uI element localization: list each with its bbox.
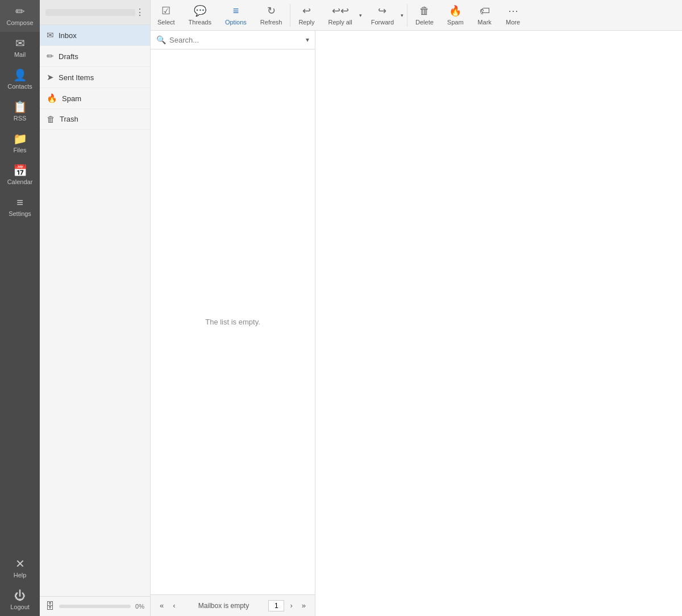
folder-label-trash: Trash xyxy=(60,115,78,123)
pager-last-button[interactable]: » xyxy=(298,600,309,611)
search-dropdown-button[interactable]: ▾ xyxy=(306,36,309,44)
forward-dropdown[interactable]: ▾ xyxy=(401,0,406,30)
settings-icon: ≡ xyxy=(16,197,23,208)
contacts-icon: 👤 xyxy=(13,69,27,81)
nav-item-files[interactable]: 📁 Files xyxy=(0,127,40,159)
nav-item-compose[interactable]: ✏ Compose xyxy=(0,0,40,32)
nav-item-rss[interactable]: 📋 RSS xyxy=(0,95,40,127)
spam-icon: 🔥 xyxy=(47,93,57,103)
toolbar-separator-2 xyxy=(407,4,407,27)
delete-button[interactable]: 🗑 Delete xyxy=(409,1,440,30)
pager-prev-button[interactable]: ‹ xyxy=(169,600,178,611)
progress-bar-background xyxy=(59,605,131,608)
rss-icon: 📋 xyxy=(13,101,27,113)
mail-icon: ✉ xyxy=(15,38,25,49)
nav-item-logout[interactable]: ⏻ Logout xyxy=(0,584,40,616)
more-button[interactable]: ⋯ More xyxy=(499,0,527,30)
nav-item-help[interactable]: ✕ Help xyxy=(0,552,40,584)
mark-label: Mark xyxy=(477,19,491,26)
nav-label-settings: Settings xyxy=(9,210,31,217)
logout-icon: ⏻ xyxy=(14,590,26,601)
nav-item-settings[interactable]: ≡ Settings xyxy=(0,191,40,223)
forward-button-group: ↪ Forward ▾ xyxy=(364,0,406,30)
email-area: 🔍 ▾ The list is empty. « ‹ Mailbox is em… xyxy=(151,31,682,616)
spam-label: Spam xyxy=(447,19,464,26)
email-list-body: The list is empty. xyxy=(151,49,315,594)
folder-label-inbox: Inbox xyxy=(59,31,77,40)
left-nav: ✏ Compose ✉ Mail 👤 Contacts 📋 RSS 📁 File… xyxy=(0,0,40,616)
refresh-label: Refresh xyxy=(260,19,282,26)
compose-icon: ✏ xyxy=(15,6,25,17)
options-label: Options xyxy=(225,19,247,26)
mark-icon: 🏷 xyxy=(480,5,490,17)
folder-label-spam: Spam xyxy=(62,94,81,103)
folder-item-spam[interactable]: 🔥 Spam xyxy=(40,88,150,109)
folder-item-drafts[interactable]: ✏ Drafts xyxy=(40,46,150,67)
refresh-icon: ↻ xyxy=(267,5,276,17)
account-email xyxy=(45,9,135,16)
reply-all-icon: ↩↩ xyxy=(332,5,349,17)
progress-label: 0% xyxy=(135,603,144,610)
trash-icon: 🗑 xyxy=(47,114,55,124)
email-list: 🔍 ▾ The list is empty. « ‹ Mailbox is em… xyxy=(151,31,315,616)
forward-icon: ↪ xyxy=(378,5,386,17)
help-icon: ✕ xyxy=(15,558,25,569)
nav-item-contacts[interactable]: 👤 Contacts xyxy=(0,64,40,95)
options-icon: ≡ xyxy=(233,5,239,17)
select-button[interactable]: ☑ Select xyxy=(151,0,182,30)
reply-label: Reply xyxy=(298,19,314,26)
mark-button[interactable]: 🏷 Mark xyxy=(471,1,499,30)
delete-label: Delete xyxy=(415,19,434,26)
folder-panel: ⋮ ✉ Inbox ✏ Drafts ➤ Sent Items 🔥 Spam 🗑… xyxy=(40,0,151,616)
pager-first-button[interactable]: « xyxy=(156,600,167,611)
toolbar-separator-1 xyxy=(290,4,290,27)
folder-menu-button[interactable]: ⋮ xyxy=(135,7,144,18)
spam-toolbar-icon: 🔥 xyxy=(449,5,461,17)
nav-label-help: Help xyxy=(14,572,27,578)
sent-icon: ➤ xyxy=(47,72,54,82)
nav-label-contacts: Contacts xyxy=(7,83,32,90)
options-button[interactable]: ≡ Options xyxy=(218,1,253,30)
folder-item-inbox[interactable]: ✉ Inbox xyxy=(40,25,150,46)
search-input[interactable] xyxy=(169,36,302,44)
folder-account: ⋮ xyxy=(40,0,150,25)
nav-item-calendar[interactable]: 📅 Calendar xyxy=(0,159,40,191)
reply-all-label: Reply all xyxy=(328,19,352,26)
folder-label-sent: Sent Items xyxy=(59,73,94,82)
threads-button[interactable]: 💬 Threads xyxy=(182,0,218,30)
folder-label-drafts: Drafts xyxy=(59,52,78,61)
delete-icon: 🗑 xyxy=(419,5,430,17)
threads-label: Threads xyxy=(189,19,211,26)
reply-button-group: ↩ Reply xyxy=(292,0,321,30)
more-icon: ⋯ xyxy=(508,5,518,17)
pager-current-page: 1 xyxy=(268,600,284,611)
nav-label-files: Files xyxy=(13,147,26,153)
main-panel: ☑ Select 💬 Threads ≡ Options ↻ Refresh ↩… xyxy=(151,0,682,616)
reading-pane xyxy=(315,31,682,616)
inbox-icon: ✉ xyxy=(47,30,54,40)
forward-label: Forward xyxy=(371,19,394,26)
select-label: Select xyxy=(157,19,175,26)
nav-label-mail: Mail xyxy=(14,51,26,58)
toolbar: ☑ Select 💬 Threads ≡ Options ↻ Refresh ↩… xyxy=(151,0,682,31)
folder-item-trash[interactable]: 🗑 Trash xyxy=(40,109,150,130)
reply-all-button[interactable]: ↩↩ Reply all xyxy=(322,0,359,30)
reply-all-button-group: ↩↩ Reply all ▾ xyxy=(322,0,364,30)
refresh-button[interactable]: ↻ Refresh xyxy=(253,0,289,30)
folder-item-sent[interactable]: ➤ Sent Items xyxy=(40,67,150,88)
drafts-icon: ✏ xyxy=(47,51,54,61)
search-icon: 🔍 xyxy=(156,35,166,44)
threads-icon: 💬 xyxy=(194,5,206,17)
spam-button[interactable]: 🔥 Spam xyxy=(440,0,471,30)
nav-item-mail[interactable]: ✉ Mail xyxy=(0,32,40,64)
nav-label-logout: Logout xyxy=(10,603,30,610)
reply-all-dropdown[interactable]: ▾ xyxy=(359,0,364,30)
nav-label-calendar: Calendar xyxy=(7,178,33,185)
reply-button[interactable]: ↩ Reply xyxy=(292,0,321,30)
reply-icon: ↩ xyxy=(302,5,311,17)
pager-next-button[interactable]: › xyxy=(286,600,296,611)
nav-label-compose: Compose xyxy=(6,19,33,26)
storage-icon: 🗄 xyxy=(45,601,55,611)
forward-button[interactable]: ↪ Forward xyxy=(364,0,401,30)
pager-status: Mailbox is empty xyxy=(181,602,267,610)
